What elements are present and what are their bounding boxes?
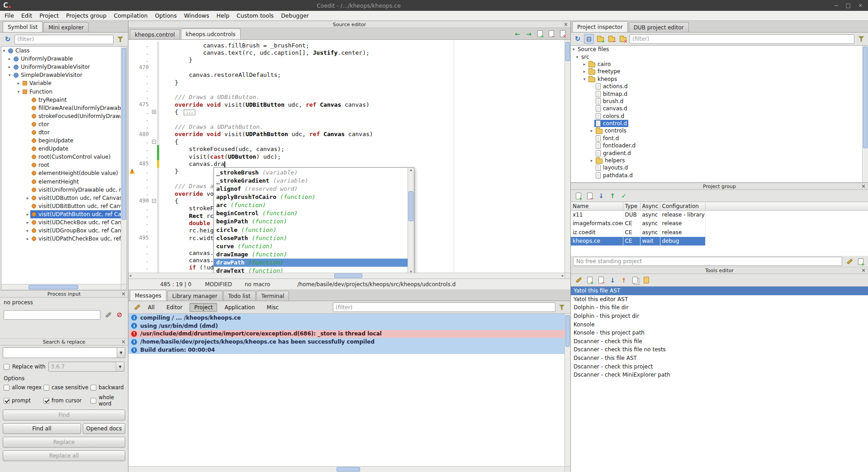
completion-item[interactable]: _strokeBrush(variable) bbox=[214, 168, 408, 176]
chevron-down-icon[interactable]: ▼ bbox=[116, 362, 124, 371]
project-row[interactable]: kheops.ceCEwaitdebug bbox=[571, 237, 705, 246]
file-tree-item[interactable]: ▾Source files bbox=[571, 46, 868, 53]
funnel-icon[interactable] bbox=[115, 34, 125, 44]
doc-add-icon[interactable]: + bbox=[585, 275, 595, 285]
symbol-tree-item[interactable]: strokeFocused(UniformlyDrawable bbox=[1, 112, 127, 120]
code-line[interactable]: . bbox=[128, 116, 564, 123]
symbol-tree-item[interactable]: visit(UniformlyDrawable udc, ref C bbox=[1, 186, 127, 194]
column-header-configuration[interactable]: Configuration bbox=[660, 202, 705, 210]
symbol-tree-item[interactable]: ▾Class bbox=[1, 47, 127, 55]
expander-closed-icon[interactable]: ▸ bbox=[25, 228, 30, 233]
titlebar[interactable]: C Coedit - /.../kheops/kheops.ce −□× bbox=[0, 0, 868, 11]
tool-item[interactable]: Dolphin - this project dir bbox=[571, 312, 868, 321]
code-line[interactable]: . visit(cast(UDButton) udc); bbox=[128, 153, 564, 160]
scrollbar-thumb[interactable] bbox=[28, 285, 78, 289]
back-icon[interactable]: ← bbox=[512, 29, 522, 39]
tool-item[interactable]: Dolphin - this file dir bbox=[571, 303, 868, 312]
file-tree-item[interactable]: ▾src bbox=[571, 53, 868, 60]
completion-item[interactable]: drawImage(function) bbox=[214, 250, 408, 258]
menu-projects-group[interactable]: Projects group bbox=[62, 11, 110, 20]
close-icon[interactable]: × bbox=[861, 183, 866, 190]
close-icon[interactable]: × bbox=[564, 21, 568, 28]
code-line[interactable]: . strokeFocused(udc, canvas); bbox=[128, 145, 564, 152]
completion-item[interactable]: _strokeGradient(variable) bbox=[214, 176, 408, 184]
expander-closed-icon[interactable]: ▸ bbox=[7, 57, 12, 61]
file-tree-item[interactable]: bitmap.d bbox=[571, 90, 868, 97]
code-line[interactable]: . bbox=[128, 86, 564, 93]
completion-item[interactable]: curve(function) bbox=[214, 242, 408, 250]
file-tree-item[interactable]: canvas.d bbox=[571, 105, 868, 112]
symbol-tree-item[interactable]: ▸Variable bbox=[1, 79, 127, 87]
close-icon[interactable]: × bbox=[121, 291, 126, 297]
menu-compilation[interactable]: Compilation bbox=[110, 11, 151, 20]
completion-item[interactable]: applyBrushToCairo(function) bbox=[214, 193, 408, 201]
file-tree-item[interactable]: layouts.d bbox=[571, 164, 868, 171]
menu-project[interactable]: Project bbox=[36, 11, 62, 20]
filter-button-editor[interactable]: Editor bbox=[162, 303, 187, 312]
folder-remove-icon[interactable]: − bbox=[607, 34, 617, 44]
fold-minus-icon[interactable]: − bbox=[152, 199, 156, 203]
expander-closed-icon[interactable]: ▸ bbox=[589, 128, 594, 133]
scrollbar-thumb[interactable] bbox=[565, 315, 570, 347]
scrollbar[interactable] bbox=[121, 47, 127, 284]
scrollbar-thumb[interactable] bbox=[337, 467, 360, 472]
opened-docs-button[interactable]: Opened docs bbox=[83, 423, 125, 434]
symbol-tree-item[interactable]: ▸visit(UDPathCheckBox udc, ref Can bbox=[1, 235, 127, 243]
filter-button-misc[interactable]: Misc bbox=[262, 303, 284, 312]
code-line[interactable]: . /// Draws a UDBitButton. bbox=[128, 94, 564, 101]
project-filter-input[interactable] bbox=[630, 34, 854, 44]
tool-item[interactable]: Dscanner - check MiniExplorer path bbox=[571, 371, 868, 379]
editor-tab-kheops-udcontrols[interactable]: kheops.udcontrols bbox=[181, 28, 241, 39]
completion-item[interactable]: beginControl(function) bbox=[214, 209, 408, 217]
symbol-tree-item[interactable]: beginUpdate bbox=[1, 137, 127, 145]
symbol-tree-item[interactable]: root(CustomControl value) bbox=[1, 153, 127, 161]
file-tree-item[interactable]: ▸helpers bbox=[571, 157, 868, 164]
completion-item[interactable]: circle(function) bbox=[214, 226, 408, 234]
scrollbar[interactable] bbox=[564, 314, 570, 466]
scroll-up-icon[interactable]: ▲ bbox=[408, 169, 414, 172]
refresh-icon[interactable]: ↻ bbox=[573, 34, 583, 44]
checkbox-whole-word[interactable]: whole word bbox=[90, 394, 127, 407]
project-row[interactable]: x11DUBasyncrelease - library bbox=[571, 210, 705, 219]
scrollbar[interactable]: ◀ ▶ bbox=[128, 273, 564, 278]
message-row[interactable]: icompiling / ... /kheops/kheops.ce bbox=[128, 314, 564, 322]
pencil-icon[interactable] bbox=[844, 256, 854, 266]
fold-plus-icon[interactable]: + bbox=[152, 110, 156, 114]
doc-run-icon[interactable] bbox=[641, 275, 651, 285]
search-term-value[interactable] bbox=[3, 348, 117, 358]
tab-library-manager[interactable]: Library manager bbox=[167, 291, 223, 301]
symbol-filter-input[interactable] bbox=[14, 35, 114, 44]
expander-open-icon[interactable]: ▾ bbox=[1, 48, 7, 53]
column-header-async[interactable]: Async bbox=[640, 202, 660, 210]
clear-icon[interactable] bbox=[132, 302, 142, 312]
message-row[interactable]: !/usr/include/dmd/druntime/import/core/e… bbox=[128, 330, 564, 338]
expander-open-icon[interactable]: ▾ bbox=[7, 73, 12, 77]
scrollbar-thumb[interactable] bbox=[334, 274, 362, 278]
message-row[interactable]: iBuild duration: 00:00:04 bbox=[128, 346, 564, 354]
symbol-tree-item[interactable]: root bbox=[1, 161, 127, 169]
symbol-tree-item[interactable]: ▸visit(UDButton udc, ref Canvas can bbox=[1, 194, 127, 202]
funnel-icon[interactable] bbox=[856, 34, 866, 44]
file-tree-item[interactable]: fontloader.d bbox=[571, 142, 868, 149]
symbol-tree-item[interactable]: ▸UniformlyDrawableVisitor bbox=[1, 63, 127, 71]
expander-open-icon[interactable]: ▾ bbox=[571, 47, 576, 52]
menu-help[interactable]: Help bbox=[213, 11, 233, 20]
search-term-combo[interactable]: ▼ bbox=[3, 347, 125, 358]
expander-closed-icon[interactable]: ▸ bbox=[25, 236, 30, 241]
code-line[interactable]: . } bbox=[128, 57, 564, 64]
message-row[interactable]: iusing /usr/bin/dmd (dmd) bbox=[128, 322, 564, 330]
scrollbar-thumb[interactable] bbox=[408, 191, 413, 221]
folded-block-box[interactable]: ... bbox=[184, 109, 195, 115]
tool-item[interactable]: Yatol this file AST bbox=[571, 287, 868, 295]
file-tree-item[interactable]: gradient.d bbox=[571, 149, 868, 156]
tab-project-inspector[interactable]: Project inspector bbox=[572, 21, 628, 32]
cancel-icon[interactable]: ⊘ bbox=[114, 310, 124, 320]
checkbox-case-sensitive[interactable]: case sensitive bbox=[43, 384, 90, 391]
arrow-up-orange-icon[interactable]: ↑ bbox=[619, 275, 629, 285]
minimize-button[interactable]: − bbox=[834, 2, 839, 9]
scrollbar-thumb[interactable] bbox=[565, 42, 570, 61]
doc-remove-icon[interactable]: − bbox=[585, 191, 595, 201]
tool-item[interactable]: Konsole bbox=[571, 320, 868, 329]
fold-gutter[interactable]: + bbox=[151, 110, 157, 114]
funnel-icon[interactable] bbox=[557, 302, 567, 312]
